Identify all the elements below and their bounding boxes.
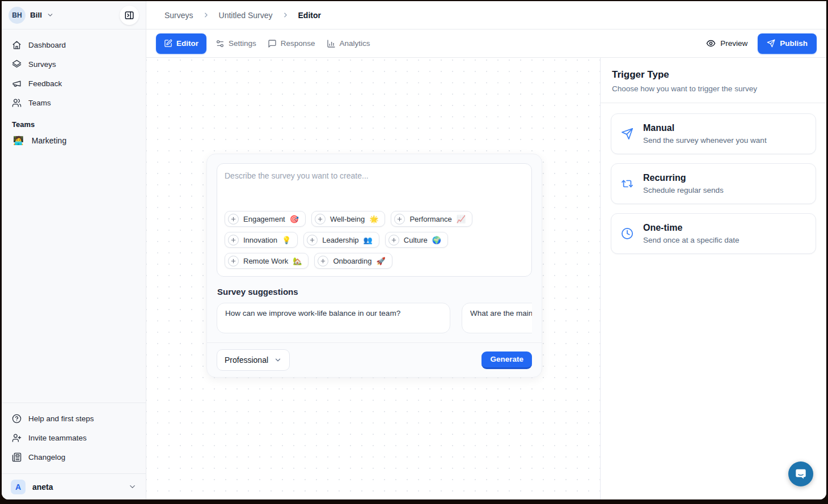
- send-icon: [621, 128, 633, 140]
- chip-remote-work[interactable]: Remote Work 🏡: [225, 253, 309, 269]
- trigger-option-description: Send once at a specific date: [643, 236, 740, 244]
- ai-survey-composer: Engagement 🎯 Well-being 🌟: [206, 154, 542, 378]
- people-emoji-icon: 👥: [364, 236, 373, 244]
- preview-label: Preview: [720, 39, 747, 48]
- bar-chart-icon: [327, 39, 336, 48]
- eye-icon: [706, 39, 716, 48]
- plus-icon: [394, 214, 405, 225]
- survey-description-input[interactable]: [225, 171, 524, 207]
- trigger-option-title: One-time: [643, 223, 740, 233]
- chip-label: Culture: [404, 236, 428, 244]
- trigger-option-texts: Recurring Schedule regular sends: [643, 173, 724, 194]
- chat-widget-button[interactable]: [788, 461, 813, 486]
- tab-label: Settings: [229, 39, 256, 48]
- preview-button[interactable]: Preview: [706, 39, 747, 48]
- topic-chips: Engagement 🎯 Well-being 🌟: [225, 207, 524, 269]
- tab-response[interactable]: Response: [262, 33, 321, 54]
- repeat-icon: [621, 177, 633, 190]
- chart-up-emoji-icon: 📈: [457, 215, 466, 223]
- sidebar-item-label: Invite teammates: [28, 434, 87, 442]
- sidebar: BH Bill Dashboard Surv: [2, 1, 146, 499]
- user-menu[interactable]: A aneta: [2, 473, 146, 499]
- sidebar-collapse-button[interactable]: [120, 6, 139, 25]
- content-row: Engagement 🎯 Well-being 🌟: [146, 58, 826, 499]
- plus-icon: [228, 214, 239, 225]
- trigger-option-manual[interactable]: Manual Send the survey whenever you want: [611, 113, 816, 154]
- trigger-panel-header: Trigger Type Choose how you want to trig…: [601, 58, 826, 103]
- sidebar-item-invite[interactable]: Invite teammates: [7, 428, 140, 447]
- chip-performance[interactable]: Performance 📈: [391, 211, 472, 227]
- chevron-right-icon: [202, 11, 210, 19]
- tone-select[interactable]: Professional: [217, 349, 290, 371]
- plus-icon: [388, 235, 399, 245]
- publish-button[interactable]: Publish: [758, 33, 817, 54]
- sidebar-item-teams[interactable]: Teams: [7, 93, 140, 112]
- bulb-emoji-icon: 💡: [282, 236, 291, 244]
- chip-label: Engagement: [243, 215, 285, 223]
- editor-canvas: Engagement 🎯 Well-being 🌟: [146, 58, 600, 499]
- workspace-avatar: BH: [9, 7, 26, 24]
- suggestion-card[interactable]: What are the main ob: [462, 303, 532, 333]
- composer-body: Engagement 🎯 Well-being 🌟: [207, 154, 542, 333]
- breadcrumb-bar: Surveys Untitled Survey Editor: [146, 1, 826, 29]
- trigger-options: Manual Send the survey whenever you want…: [601, 103, 826, 273]
- chip-onboarding[interactable]: Onboarding 🚀: [314, 253, 392, 269]
- plus-icon: [228, 256, 239, 266]
- suggestion-card[interactable]: How can we improve work-life balance in …: [217, 303, 450, 333]
- sidebar-item-dashboard[interactable]: Dashboard: [7, 35, 140, 54]
- sidebar-item-label: Surveys: [28, 60, 56, 69]
- chip-culture[interactable]: Culture 🌍: [385, 232, 448, 248]
- workspace-switcher[interactable]: BH Bill: [2, 1, 146, 29]
- tab-settings[interactable]: Settings: [210, 33, 262, 54]
- breadcrumb-editor: Editor: [298, 11, 321, 20]
- trigger-option-description: Schedule regular sends: [643, 186, 724, 194]
- sidebar-item-surveys[interactable]: Surveys: [7, 54, 140, 74]
- teams-section-label: Teams: [2, 112, 146, 131]
- trigger-option-one-time[interactable]: One-time Send once at a specific date: [611, 213, 816, 254]
- sidebar-item-changelog[interactable]: Changelog: [7, 447, 140, 467]
- chip-leadership[interactable]: Leadership 👥: [303, 232, 379, 248]
- target-emoji-icon: 🎯: [290, 215, 299, 223]
- breadcrumb-untitled-survey[interactable]: Untitled Survey: [219, 11, 273, 20]
- app-window: BH Bill Dashboard Surv: [2, 1, 826, 499]
- chip-label: Innovation: [243, 236, 277, 244]
- trigger-panel-title: Trigger Type: [612, 69, 815, 81]
- chevron-down-icon: [274, 356, 282, 364]
- chip-well-being[interactable]: Well-being 🌟: [311, 211, 385, 227]
- plus-icon: [307, 235, 318, 245]
- chip-label: Onboarding: [333, 257, 371, 265]
- user-avatar: A: [11, 480, 26, 494]
- trigger-option-texts: One-time Send once at a specific date: [643, 223, 740, 244]
- generate-button[interactable]: Generate: [481, 351, 532, 369]
- megaphone-icon: [12, 79, 22, 88]
- globe-emoji-icon: 🌍: [432, 236, 441, 244]
- tab-label: Editor: [176, 39, 198, 48]
- tone-value: Professional: [225, 355, 268, 365]
- panel-right-icon: [124, 10, 134, 20]
- trigger-option-recurring[interactable]: Recurring Schedule regular sends: [611, 163, 816, 204]
- sidebar-spacer: [2, 150, 146, 403]
- tab-editor[interactable]: Editor: [156, 33, 206, 54]
- trigger-panel-subtitle: Choose how you want to trigger the surve…: [612, 84, 815, 93]
- composer-footer: Professional Generate: [207, 342, 542, 377]
- chip-label: Performance: [409, 215, 451, 223]
- sidebar-item-help[interactable]: Help and first steps: [7, 409, 140, 428]
- sidebar-item-label: Dashboard: [28, 41, 66, 49]
- tab-label: Analytics: [340, 39, 370, 48]
- sidebar-item-feedback[interactable]: Feedback: [7, 74, 140, 93]
- home-icon: [12, 40, 22, 50]
- message-square-icon: [268, 39, 277, 48]
- tab-analytics[interactable]: Analytics: [321, 33, 376, 54]
- plus-icon: [228, 235, 239, 245]
- publish-label: Publish: [780, 39, 808, 48]
- user-name: aneta: [32, 482, 53, 492]
- sidebar-item-team-marketing[interactable]: 🧑‍💻 Marketing: [7, 131, 140, 150]
- newspaper-icon: [12, 452, 22, 462]
- chip-engagement[interactable]: Engagement 🎯: [225, 211, 306, 227]
- rocket-emoji-icon: 🚀: [376, 257, 385, 265]
- chevron-right-icon: [282, 11, 289, 19]
- clock-icon: [621, 227, 633, 240]
- user-plus-icon: [12, 433, 22, 443]
- breadcrumb-surveys[interactable]: Surveys: [164, 11, 193, 20]
- chip-innovation[interactable]: Innovation 💡: [225, 232, 298, 248]
